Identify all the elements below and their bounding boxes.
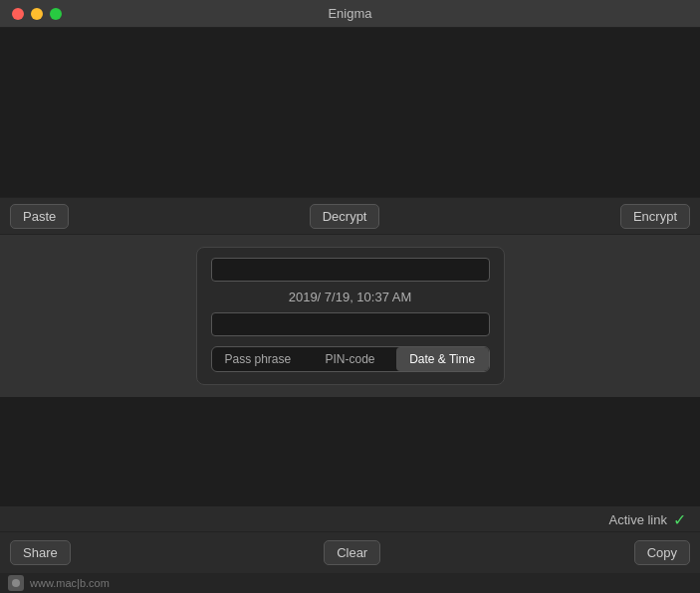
middle-section: 2019/ 7/19, 10:37 AM Pass phrase PIN-cod… <box>0 235 700 397</box>
passphrase-tabs: Pass phrase PIN-code Date & Time <box>211 346 490 372</box>
active-link-checkmark: ✓ <box>673 510 686 529</box>
maximize-button[interactable] <box>50 8 62 20</box>
watermark-logo <box>8 575 24 591</box>
minimize-button[interactable] <box>31 8 43 20</box>
paste-button[interactable]: Paste <box>10 204 69 229</box>
decrypt-button[interactable]: Decrypt <box>310 204 380 229</box>
copy-button[interactable]: Copy <box>634 540 690 565</box>
top-text-area[interactable] <box>0 28 700 197</box>
tab-datetime[interactable]: Date & Time <box>396 347 489 371</box>
window-title: Enigma <box>328 6 371 21</box>
encrypt-button[interactable]: Encrypt <box>620 204 690 229</box>
top-toolbar: Paste Decrypt Encrypt <box>0 197 700 235</box>
svg-point-0 <box>12 579 20 587</box>
traffic-lights <box>12 8 62 20</box>
bottom-text-area[interactable] <box>0 397 700 506</box>
close-button[interactable] <box>12 8 24 20</box>
date-display: 2019/ 7/19, 10:37 AM <box>211 290 490 304</box>
tab-passphrase[interactable]: Pass phrase <box>212 347 305 371</box>
passphrase-input-bottom[interactable] <box>211 312 490 336</box>
top-section <box>0 28 700 197</box>
passphrase-input-top[interactable] <box>211 258 490 282</box>
passphrase-panel: 2019/ 7/19, 10:37 AM Pass phrase PIN-cod… <box>196 247 505 385</box>
title-bar: Enigma <box>0 0 700 28</box>
active-link-label: Active link <box>608 512 667 527</box>
bottom-toolbar: Share Clear Copy <box>0 531 700 573</box>
bottom-section <box>0 397 700 506</box>
watermark-text: www.mac|b.com <box>30 577 110 589</box>
active-link-row: Active link ✓ <box>0 506 700 531</box>
logo-icon <box>11 578 21 588</box>
main-container: Paste Decrypt Encrypt 2019/ 7/19, 10:37 … <box>0 28 700 593</box>
tab-pincode[interactable]: PIN-code <box>304 347 396 371</box>
watermark-bar: www.mac|b.com <box>0 573 700 593</box>
clear-button[interactable]: Clear <box>324 540 380 565</box>
share-button[interactable]: Share <box>10 540 71 565</box>
